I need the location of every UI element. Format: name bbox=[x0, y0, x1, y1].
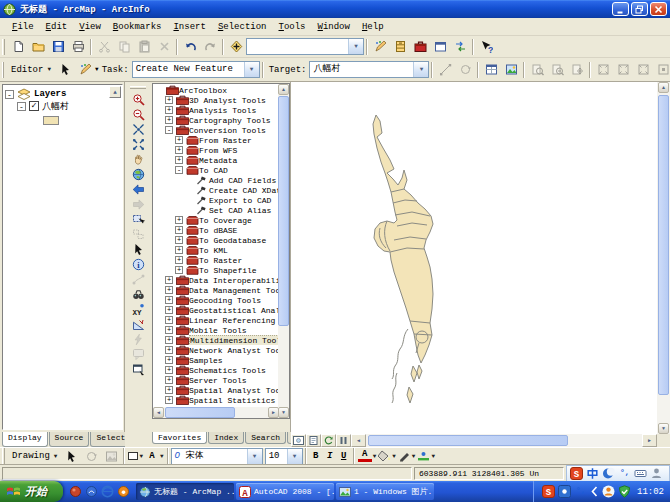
toolbox-item-metadata[interactable]: +Metadata bbox=[153, 155, 279, 165]
drawing-menu-button[interactable]: Drawing▼ bbox=[8, 449, 61, 463]
command-window-button[interactable] bbox=[430, 38, 450, 56]
toolbox-item-to-cad[interactable]: -To CAD bbox=[153, 165, 279, 175]
collapse-expander[interactable]: - bbox=[17, 102, 26, 111]
edit-tool-button[interactable] bbox=[55, 61, 75, 79]
menu-view[interactable]: View bbox=[73, 20, 107, 34]
taskbar-task-button[interactable]: 无标题 - ArcMap ... bbox=[136, 483, 234, 500]
save-button[interactable] bbox=[48, 38, 68, 56]
font-combo[interactable]: O 宋体▼ bbox=[171, 448, 263, 465]
restore-button[interactable] bbox=[631, 2, 648, 16]
expand-icon[interactable]: + bbox=[165, 376, 173, 384]
toc-layer-row[interactable]: - ✓ 八幅村 bbox=[3, 99, 122, 113]
tray-security-icon[interactable] bbox=[618, 485, 631, 498]
toolbox-item-arctoolbox[interactable]: ArcToolbox bbox=[153, 85, 279, 95]
toolbox-item-set-cad-alias[interactable]: Set CAD Alias bbox=[153, 205, 279, 215]
expand-icon[interactable]: + bbox=[165, 326, 173, 334]
refresh-view-button[interactable] bbox=[321, 434, 336, 447]
toolbox-item-mobile-tools[interactable]: +Mobile Tools bbox=[153, 325, 279, 335]
task-combo[interactable]: Create New Feature▼ bbox=[132, 61, 260, 78]
quick-launch-4-icon[interactable] bbox=[117, 485, 130, 498]
expand-icon[interactable]: + bbox=[165, 316, 173, 324]
soft-keyboard-icon[interactable] bbox=[634, 467, 647, 480]
identify-button[interactable]: i bbox=[127, 257, 149, 272]
target-combo[interactable]: 八幅村▼ bbox=[309, 61, 429, 78]
toc-symbol-row[interactable] bbox=[3, 113, 122, 127]
toolbox-item-linear-referencing-tools[interactable]: +Linear Referencing Tools bbox=[153, 315, 279, 325]
toolbox-item-add-cad-fields[interactable]: Add CAD Fields bbox=[153, 175, 279, 185]
menu-help[interactable]: Help bbox=[356, 20, 390, 34]
start-button[interactable]: 开始 bbox=[0, 481, 63, 502]
toc-tab-display[interactable]: Display bbox=[2, 432, 48, 447]
bold-button[interactable]: B bbox=[309, 451, 323, 461]
toolbox-item-conversion-tools[interactable]: -Conversion Tools bbox=[153, 125, 279, 135]
toolbox-item-cartography-tools[interactable]: +Cartography Tools bbox=[153, 115, 279, 125]
viewer-window-button[interactable] bbox=[127, 362, 149, 377]
menu-window[interactable]: Window bbox=[312, 20, 356, 34]
expand-icon[interactable]: + bbox=[175, 226, 183, 234]
expand-icon[interactable]: + bbox=[175, 236, 183, 244]
expand-icon[interactable]: + bbox=[165, 336, 173, 344]
toolbox-item-spatial-statistics-tools[interactable]: +Spatial Statistics Tools bbox=[153, 395, 279, 405]
marker-color-button[interactable]: ▼ bbox=[417, 450, 435, 462]
expand-icon[interactable]: + bbox=[175, 216, 183, 224]
scroll-down-icon[interactable]: ▼ bbox=[658, 423, 669, 434]
quick-launch-ie-icon[interactable] bbox=[101, 485, 114, 498]
fullwidth-halfwidth-toggle-icon[interactable] bbox=[602, 467, 615, 480]
expand-icon[interactable]: + bbox=[175, 256, 183, 264]
tray-collapse-icon[interactable] bbox=[590, 485, 599, 498]
scroll-right-icon[interactable]: ▶ bbox=[642, 434, 657, 447]
toolbox-item-to-kml[interactable]: +To KML bbox=[153, 245, 279, 255]
toolbox-item-to-raster[interactable]: +To Raster bbox=[153, 255, 279, 265]
arccatalog-button[interactable] bbox=[390, 38, 410, 56]
expand-icon[interactable]: + bbox=[165, 366, 173, 374]
data-view-button[interactable] bbox=[291, 434, 306, 447]
tray-user-icon[interactable] bbox=[602, 485, 615, 498]
chevron-down-icon[interactable]: ▼ bbox=[413, 62, 428, 77]
scroll-left-icon[interactable]: ◀ bbox=[153, 407, 164, 418]
toolbox-item-samples[interactable]: +Samples bbox=[153, 355, 279, 365]
scrollbar-thumb[interactable] bbox=[278, 96, 289, 326]
new-text-tool[interactable]: A▼ bbox=[145, 451, 164, 461]
minimize-button[interactable] bbox=[612, 2, 629, 16]
toolbox-item-network-analyst-tools[interactable]: +Network Analyst Tools bbox=[153, 345, 279, 355]
menu-bookmarks[interactable]: Bookmarks bbox=[107, 20, 168, 34]
menu-selection[interactable]: Selection bbox=[212, 20, 273, 34]
go-to-xy-button[interactable]: XY bbox=[127, 302, 149, 317]
toolbar-grip[interactable] bbox=[2, 39, 5, 55]
layout-view-button[interactable] bbox=[306, 434, 321, 447]
chevron-down-icon[interactable]: ▼ bbox=[287, 449, 302, 464]
expand-icon[interactable]: + bbox=[175, 246, 183, 254]
expand-icon[interactable]: + bbox=[175, 146, 183, 154]
layer-symbol-swatch[interactable] bbox=[43, 116, 59, 125]
sketch-pencil-button[interactable] bbox=[75, 61, 95, 79]
map-horizontal-scrollbar[interactable] bbox=[366, 434, 642, 447]
map-canvas[interactable] bbox=[291, 82, 657, 434]
expand-icon[interactable]: + bbox=[165, 386, 173, 394]
expand-icon[interactable]: + bbox=[175, 136, 183, 144]
find-button[interactable] bbox=[127, 287, 149, 302]
toolbox-item-to-coverage[interactable]: +To Coverage bbox=[153, 215, 279, 225]
toolbox-item-geocoding-tools[interactable]: +Geocoding Tools bbox=[153, 295, 279, 305]
toolbox-item-geostatistical-analyst-t[interactable]: +Geostatistical Analyst T bbox=[153, 305, 279, 315]
fill-color-button[interactable]: ▼ bbox=[378, 450, 396, 462]
tray-volume-icon[interactable]: °, bbox=[574, 485, 587, 498]
italic-button[interactable]: I bbox=[323, 451, 337, 461]
expand-icon[interactable]: + bbox=[165, 356, 173, 364]
scroll-up-icon[interactable]: ▲ bbox=[658, 82, 669, 93]
toolbox-item-to-dbase[interactable]: +To dBASE bbox=[153, 225, 279, 235]
menu-edit[interactable]: Edit bbox=[40, 20, 74, 34]
expand-icon[interactable]: + bbox=[165, 286, 173, 294]
menu-insert[interactable]: Insert bbox=[167, 20, 211, 34]
pan-button[interactable] bbox=[127, 152, 149, 167]
open-button[interactable] bbox=[28, 38, 48, 56]
editor-menu-button[interactable]: Editor▼ bbox=[7, 63, 55, 77]
expand-icon[interactable]: + bbox=[165, 276, 173, 284]
user-account-icon[interactable] bbox=[650, 467, 663, 480]
sketch-properties-button[interactable] bbox=[501, 61, 521, 79]
tray-sogou-icon[interactable]: S bbox=[542, 485, 555, 498]
expand-icon[interactable]: + bbox=[165, 346, 173, 354]
toolbox-vertical-scrollbar[interactable]: ▲ ▼ bbox=[278, 84, 289, 418]
select-elements-button[interactable] bbox=[61, 449, 81, 464]
toc-layers-row[interactable]: - Layers bbox=[3, 85, 122, 99]
expand-icon[interactable]: + bbox=[165, 116, 173, 124]
